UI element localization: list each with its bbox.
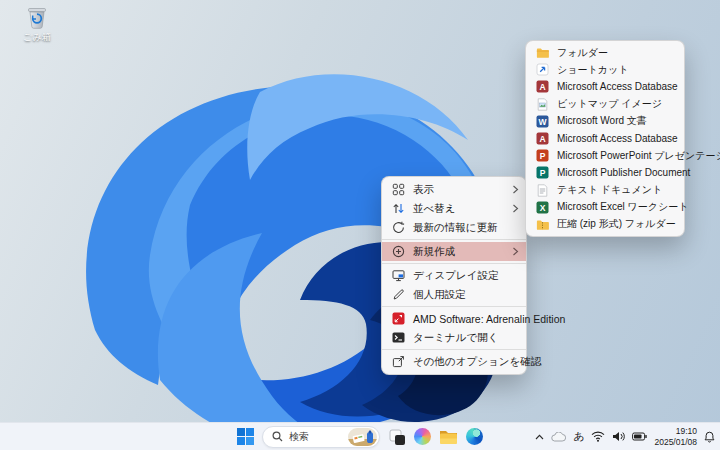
menu-separator (382, 306, 526, 307)
submenu-item-word-document[interactable]: W Microsoft Word 文書 (526, 113, 684, 130)
recycle-bin-glyph (24, 3, 50, 30)
personalize-icon (392, 288, 405, 301)
menu-item-show-more-options[interactable]: その他のオプションを確認 (382, 352, 526, 371)
recycle-bin-label: ごみ箱 (23, 31, 50, 44)
start-button[interactable] (237, 428, 254, 445)
menu-item-refresh[interactable]: 最新の情報に更新 (382, 218, 526, 237)
submenu-item-zip-folder[interactable]: 圧縮 (zip 形式) フォルダー (526, 216, 684, 233)
task-view-button[interactable] (388, 428, 406, 446)
taskbar-tray: あ 19:10 2025/01/08 (535, 423, 715, 450)
search-icon (272, 431, 283, 442)
new-plus-icon (392, 245, 405, 258)
onedrive-button[interactable] (551, 432, 566, 442)
bell-icon (704, 431, 715, 443)
sort-icon (392, 202, 405, 215)
edge-icon (466, 428, 483, 445)
hidden-icons-button[interactable] (535, 434, 544, 440)
submenu-item-access-database-2[interactable]: A Microsoft Access Database (526, 130, 684, 147)
menu-item-amd-software[interactable]: AMD Software: Adrenalin Edition (382, 309, 526, 328)
menu-separator (382, 239, 526, 240)
search-label: 検索 (289, 430, 309, 444)
amd-icon (392, 312, 405, 325)
windows-logo-icon (237, 428, 254, 445)
copilot-button[interactable] (414, 428, 431, 445)
excel-icon: X (536, 201, 549, 214)
submenu-item-folder[interactable]: フォルダー (526, 44, 684, 61)
menu-item-view[interactable]: 表示 (382, 180, 526, 199)
notifications-button[interactable] (704, 431, 715, 443)
search-highlight-image[interactable] (348, 428, 377, 446)
edge-button[interactable] (466, 428, 483, 445)
desktop-context-menu: 表示 並べ替え 最新の情報に更新 新規作成 ディスプレイ設定 個人用設定 (381, 176, 527, 375)
menu-separator (382, 263, 526, 264)
terminal-icon (392, 331, 405, 344)
battery-icon (632, 432, 647, 441)
taskbar-center-group: 検索 (237, 423, 483, 450)
folder-icon (536, 46, 549, 59)
taskbar: 検索 (0, 422, 720, 450)
svg-text:P: P (540, 168, 546, 178)
search-box[interactable]: 検索 (262, 426, 380, 448)
menu-item-sort-by[interactable]: 並べ替え (382, 199, 526, 218)
chevron-right-icon (512, 204, 519, 213)
submenu-item-excel-worksheet[interactable]: X Microsoft Excel ワークシート (526, 199, 684, 216)
clock-time: 19:10 (654, 426, 697, 436)
clock-date: 2025/01/08 (654, 437, 697, 447)
ime-indicator[interactable]: あ (573, 429, 584, 444)
submenu-item-text-document[interactable]: テキスト ドキュメント (526, 182, 684, 199)
publisher-icon: P (536, 166, 549, 179)
new-submenu: フォルダー ショートカット A Microsoft Access Databas… (525, 40, 685, 237)
chevron-right-icon (512, 185, 519, 194)
taskbar-clock[interactable]: 19:10 2025/01/08 (654, 426, 697, 446)
menu-separator (382, 349, 526, 350)
wifi-icon (591, 431, 605, 442)
desktop: ごみ箱 フォルダー ショートカット A Microsoft Access Dat… (0, 0, 720, 450)
file-explorer-button[interactable] (439, 429, 458, 445)
access-icon: A (536, 80, 549, 93)
svg-text:P: P (540, 151, 546, 161)
svg-text:A: A (539, 82, 545, 92)
submenu-item-access-database[interactable]: A Microsoft Access Database (526, 78, 684, 95)
bitmap-image-icon (536, 98, 549, 111)
wifi-button[interactable] (591, 431, 605, 442)
menu-item-personalize[interactable]: 個人用設定 (382, 285, 526, 304)
cloud-icon (551, 432, 566, 442)
svg-text:A: A (539, 134, 545, 144)
menu-item-display-settings[interactable]: ディスプレイ設定 (382, 266, 526, 285)
speaker-icon (612, 431, 625, 442)
shortcut-icon (536, 63, 549, 76)
more-options-icon (392, 355, 405, 368)
access-icon: A (536, 132, 549, 145)
powerpoint-icon: P (536, 149, 549, 162)
svg-text:X: X (540, 202, 546, 212)
recycle-bin-icon[interactable]: ごみ箱 (15, 3, 59, 44)
submenu-item-publisher[interactable]: P Microsoft Publisher Document (526, 164, 684, 181)
copilot-icon (414, 428, 431, 445)
battery-button[interactable] (632, 432, 647, 441)
submenu-item-shortcut[interactable]: ショートカット (526, 61, 684, 78)
file-explorer-icon (439, 429, 458, 445)
zip-folder-icon (536, 218, 549, 231)
volume-button[interactable] (612, 431, 625, 442)
submenu-item-powerpoint[interactable]: P Microsoft PowerPoint プレゼンテーション (526, 147, 684, 164)
word-icon: W (536, 115, 549, 128)
refresh-icon (392, 221, 405, 234)
menu-item-open-in-terminal[interactable]: ターミナルで開く (382, 328, 526, 347)
chevron-right-icon (512, 247, 519, 256)
menu-item-new[interactable]: 新規作成 (382, 242, 526, 261)
display-settings-icon (392, 269, 405, 282)
task-view-icon (388, 428, 406, 446)
svg-text:W: W (538, 116, 547, 126)
chevron-up-icon (535, 434, 544, 440)
text-document-icon (536, 184, 549, 197)
submenu-item-bitmap-image[interactable]: ビットマップ イメージ (526, 96, 684, 113)
view-icon (392, 183, 405, 196)
